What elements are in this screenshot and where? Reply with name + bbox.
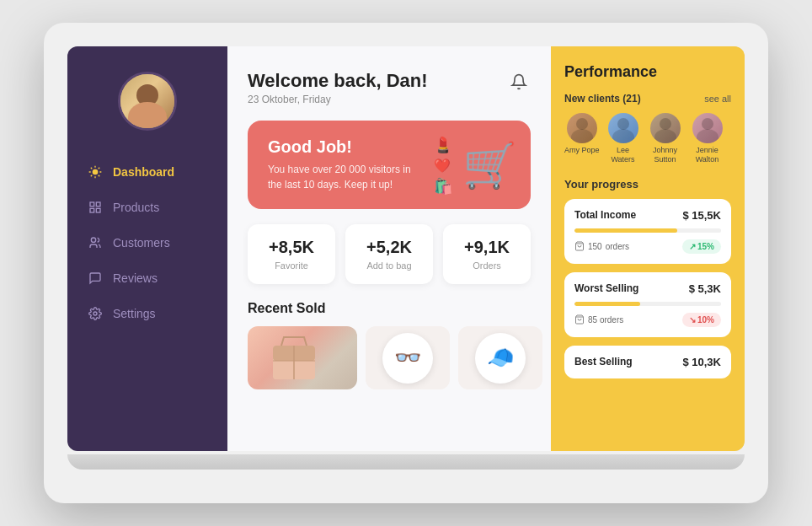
svg-line-6 [99,175,99,176]
bag-decorations: 💄 ❤️ 🛍️ [434,135,452,195]
total-income-footer: 150 orders ↗ 15% [574,239,721,254]
worst-selling-progress-bg [574,302,721,306]
welcome-title: Welcome back, Dan! [248,70,428,92]
grid-icon [88,200,103,215]
your-progress-label: Your progress [564,178,731,191]
sun-icon [88,164,103,180]
see-all-link[interactable]: see all [704,94,731,104]
client-johnny: Johnny Sutton [647,113,684,164]
stats-row: +8,5K Favorite +5,2K Add to bag +9,1K Or… [248,224,531,284]
worst-selling-badge: ↘ 10% [682,313,721,327]
stat-label-2: Orders [457,260,517,271]
svg-point-14 [93,312,97,315]
client-avatar-lee [608,113,638,143]
worst-selling-orders: 85 orders [574,314,623,325]
recent-sold-section: Recent Sold [248,301,531,389]
worst-selling-footer: 85 orders ↘ 10% [574,313,721,327]
total-income-progress-fill [574,228,677,233]
settings-label: Settings [113,307,156,320]
johnny-face [650,113,681,143]
client-jennie: Jennie Walton [689,113,726,164]
stat-value-2: +9,1K [457,238,517,257]
new-clients-label: New clients (21) [564,93,641,105]
total-income-progress-bg [574,228,721,233]
up-arrow-icon: ↗ [689,242,696,251]
client-avatar-amy [567,113,597,143]
people-icon [88,235,103,250]
svg-line-8 [91,175,92,176]
stat-value-1: +5,2K [359,238,419,257]
sidebar-item-dashboard[interactable]: Dashboard [67,156,227,188]
best-selling-header: Best Selling $ 10,3K [574,356,721,368]
total-income-badge: ↗ 15% [682,239,721,254]
worst-selling-value: $ 5,3K [689,282,721,295]
dashboard-label: Dashboard [113,165,174,179]
lee-face [608,113,638,143]
total-income-name: Total Income [574,209,636,221]
worst-selling-header: Worst Selling $ 5,3K [574,282,721,295]
worst-selling-card: Worst Selling $ 5,3K 85 orders [564,272,731,337]
best-selling-value: $ 10,3K [682,356,721,368]
promo-banner: Good Job! You have over 20 000 visitors … [248,121,531,209]
total-orders-count: 150 [588,242,602,251]
svg-point-0 [93,169,99,175]
jennie-face [692,113,723,143]
avatar-image [120,74,174,128]
client-avatar-jennie [692,113,723,143]
welcome-section: Welcome back, Dan! 23 Oktober, Friday [248,70,428,105]
svg-line-7 [99,168,99,169]
clients-avatars-row: Amy Pope Lee Waters Johnny Sutton [564,113,731,164]
stat-add-to-bag: +5,2K Add to bag [345,224,433,284]
heart-icon: ❤️ [434,157,452,173]
client-name-lee: Lee Waters [605,146,642,164]
total-income-value: $ 15,5K [682,209,721,222]
sidebar-item-reviews[interactable]: Reviews [67,262,227,294]
client-name-johnny: Johnny Sutton [647,146,684,164]
client-lee: Lee Waters [605,113,642,164]
customers-label: Customers [113,236,170,250]
recent-item-glasses: 👓 [366,326,450,389]
total-income-badge-value: 15% [697,242,714,251]
worst-selling-name: Worst Selling [574,282,638,294]
worst-orders-label: 85 orders [588,315,623,325]
user-avatar [118,72,177,131]
performance-panel: Performance New clients (21) see all Amy… [551,46,745,451]
clients-header: New clients (21) see all [564,93,731,105]
glasses-icon-circle: 👓 [382,333,433,384]
reviews-label: Reviews [113,271,158,285]
svg-line-5 [91,168,92,169]
glasses-icon: 👓 [394,345,421,371]
svg-point-13 [91,238,95,242]
hat-icon-circle: 🧢 [475,333,526,384]
client-name-jennie: Jennie Walton [689,146,726,164]
sidebar: Dashboard Products [67,46,227,451]
banner-text: You have over 20 000 visitors in the las… [268,162,413,192]
svg-rect-9 [90,202,94,207]
sidebar-item-products[interactable]: Products [67,191,227,223]
bag-visual [248,326,357,389]
welcome-date: 23 Oktober, Friday [248,94,428,105]
best-selling-name: Best Selling [574,356,633,368]
worst-selling-badge-value: 10% [697,315,714,325]
total-income-header: Total Income $ 15,5K [574,209,721,222]
laptop-screen: Dashboard Products [67,46,745,451]
recent-item-bag [248,326,357,389]
worst-selling-progress-fill [574,302,640,306]
laptop-base [67,454,745,470]
total-income-card: Total Income $ 15,5K 150 orders [564,199,731,264]
stat-value-0: +8,5K [261,238,322,257]
notification-bell[interactable] [507,70,531,94]
sidebar-item-settings[interactable]: Settings [67,298,227,330]
sidebar-item-customers[interactable]: Customers [67,227,227,259]
svg-rect-12 [96,208,100,212]
nav-menu: Dashboard Products [67,156,227,330]
performance-title: Performance [564,63,731,81]
products-label: Products [113,201,159,214]
banner-illustration: 💄 ❤️ 🛍️ 🛒 [434,135,517,195]
stat-favorite: +8,5K Favorite [248,224,335,284]
hat-icon: 🧢 [487,345,514,371]
stat-label-1: Add to bag [359,260,419,271]
shopping-bag-icon: 🛍️ [434,176,452,195]
client-avatar-johnny [650,113,681,143]
total-income-orders: 150 orders [574,241,629,251]
